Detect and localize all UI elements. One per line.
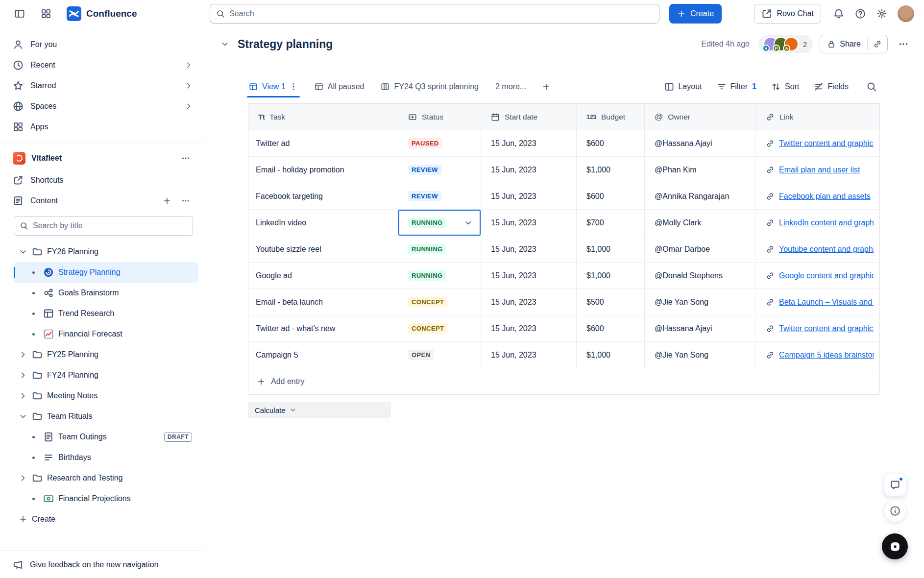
- content-search[interactable]: [14, 216, 193, 236]
- budget-cell[interactable]: $1,000: [577, 157, 645, 183]
- content-more-button[interactable]: [178, 193, 193, 208]
- start-date-cell[interactable]: 15 Jun, 2023: [481, 210, 577, 236]
- sidebar-item-shortcuts[interactable]: Shortcuts: [0, 170, 204, 191]
- add-view-button[interactable]: [539, 79, 554, 94]
- avatar-group[interactable]: VFA 2: [758, 35, 813, 53]
- link-cell[interactable]: Twitter content and graphics: [756, 130, 879, 156]
- tree-item-fy25-planning[interactable]: FY25 Planning: [14, 344, 198, 365]
- owner-cell[interactable]: @Phan Kim: [645, 157, 756, 183]
- start-date-cell[interactable]: 15 Jun, 2023: [481, 183, 577, 209]
- tree-item-financial-forecast[interactable]: Financial Forecast: [14, 324, 198, 344]
- link-cell[interactable]: Facebook plan and assets: [756, 183, 879, 209]
- start-date-cell[interactable]: 15 Jun, 2023: [481, 315, 577, 341]
- tree-item-fy24-planning[interactable]: FY24 Planning: [14, 365, 198, 385]
- owner-cell[interactable]: @Hassana Ajayi: [645, 130, 756, 156]
- tree-item-team-rituals[interactable]: Team Rituals: [14, 406, 198, 427]
- create-button[interactable]: Create: [669, 4, 722, 24]
- budget-cell[interactable]: $500: [577, 289, 645, 315]
- column-header-owner[interactable]: @Owner: [645, 104, 756, 130]
- rovo-chat-button[interactable]: Rovo Chat: [754, 4, 821, 24]
- space-more-button[interactable]: [178, 151, 193, 166]
- owner-cell[interactable]: @Molly Clark: [645, 210, 756, 236]
- page-more-button[interactable]: [895, 35, 912, 53]
- sidebar-item-for-you[interactable]: For you: [0, 34, 204, 55]
- status-cell[interactable]: CONCEPT: [398, 289, 481, 315]
- link-cell[interactable]: Beta Launch – Visuals and copy: [756, 289, 879, 315]
- task-cell[interactable]: Google ad: [248, 263, 398, 289]
- status-cell[interactable]: REVIEW: [398, 183, 481, 209]
- sidebar-item-spaces[interactable]: Spaces: [0, 96, 204, 117]
- budget-cell[interactable]: $700: [577, 210, 645, 236]
- budget-cell[interactable]: $1,000: [577, 342, 645, 368]
- view-menu-icon[interactable]: [289, 82, 298, 91]
- owner-cell[interactable]: @Omar Darboe: [645, 236, 756, 262]
- copy-link-button[interactable]: [868, 35, 887, 53]
- link-cell[interactable]: Youtube content and graphics: [756, 236, 879, 262]
- sidebar-item-apps[interactable]: Apps: [0, 117, 204, 137]
- global-search[interactable]: [210, 4, 659, 24]
- start-date-cell[interactable]: 15 Jun, 2023: [481, 157, 577, 183]
- task-cell[interactable]: Email - beta launch: [248, 289, 398, 315]
- share-button[interactable]: Share: [820, 35, 867, 53]
- owner-cell[interactable]: @Annika Rangarajan: [645, 183, 756, 209]
- content-add-button[interactable]: [160, 193, 174, 208]
- task-cell[interactable]: Twitter ad - what's new: [248, 315, 398, 341]
- tree-item-strategy-planning[interactable]: Strategy Planning: [14, 262, 198, 283]
- tree-item-fy26-planning[interactable]: FY26 Planning: [14, 241, 198, 262]
- link-cell[interactable]: Campaign 5 ideas brainstorm: [756, 342, 879, 368]
- start-date-cell[interactable]: 15 Jun, 2023: [481, 289, 577, 315]
- notifications-button[interactable]: [830, 5, 848, 23]
- start-date-cell[interactable]: 15 Jun, 2023: [481, 236, 577, 262]
- user-avatar[interactable]: [898, 5, 914, 22]
- start-date-cell[interactable]: 15 Jun, 2023: [481, 342, 577, 368]
- confluence-brand[interactable]: Confluence: [67, 6, 137, 21]
- owner-cell[interactable]: @Jie Yan Song: [645, 289, 756, 315]
- link-text[interactable]: Youtube content and graphics: [779, 245, 874, 254]
- owner-cell[interactable]: @Hassana Ajayi: [645, 315, 756, 341]
- column-header-start-date[interactable]: Start date: [481, 104, 577, 130]
- link-text[interactable]: Facebook plan and assets: [779, 192, 871, 201]
- link-cell[interactable]: LinkedIn content and graphics: [756, 210, 879, 236]
- link-text[interactable]: Google content and graphics: [779, 271, 874, 280]
- tree-item-financial-projections[interactable]: Financial Projections: [14, 488, 198, 509]
- start-date-cell[interactable]: 15 Jun, 2023: [481, 263, 577, 289]
- sidebar-item-recent[interactable]: Recent: [0, 55, 204, 75]
- edited-label[interactable]: Edited 4h ago: [701, 40, 750, 48]
- task-cell[interactable]: Email - holiday promotion: [248, 157, 398, 183]
- fields-button[interactable]: Fields: [814, 82, 849, 92]
- chevron-down-icon[interactable]: [464, 218, 473, 227]
- tree-item-trend-research[interactable]: Trend Research: [14, 303, 198, 324]
- sidebar-item-starred[interactable]: Starred: [0, 75, 204, 96]
- owner-cell[interactable]: @Jie Yan Song: [645, 342, 756, 368]
- link-text[interactable]: Email plan and user list: [779, 166, 860, 174]
- column-header-link[interactable]: Link: [756, 104, 879, 130]
- content-search-input[interactable]: [33, 221, 187, 230]
- budget-cell[interactable]: $1,000: [577, 236, 645, 262]
- info-fab[interactable]: [884, 500, 906, 522]
- task-cell[interactable]: Twitter ad: [248, 130, 398, 156]
- status-cell[interactable]: RUNNING: [398, 263, 481, 289]
- rovo-fab[interactable]: [882, 533, 908, 559]
- feedback-button[interactable]: Give feedback on the new navigation: [0, 551, 204, 578]
- tab-view-1[interactable]: View 1: [248, 76, 299, 97]
- link-text[interactable]: Twitter content and graphics: [779, 139, 874, 148]
- link-text[interactable]: Campaign 5 ideas brainstorm: [779, 351, 874, 360]
- status-cell[interactable]: CONCEPT: [398, 315, 481, 341]
- budget-cell[interactable]: $1,000: [577, 263, 645, 289]
- global-search-input[interactable]: [229, 9, 653, 18]
- sort-button[interactable]: Sort: [771, 82, 799, 92]
- comments-fab[interactable]: [884, 474, 906, 496]
- status-cell[interactable]: RUNNING: [398, 236, 481, 262]
- tab-all-paused[interactable]: All paused: [314, 76, 365, 97]
- budget-cell[interactable]: $600: [577, 130, 645, 156]
- column-header-status[interactable]: Status: [398, 104, 481, 130]
- column-header-task[interactable]: TtTask: [248, 104, 398, 130]
- task-cell[interactable]: Campaign 5: [248, 342, 398, 368]
- add-entry-button[interactable]: Add entry: [248, 368, 879, 394]
- tab-fy24-q3-sprint-planning[interactable]: FY24 Q3 sprint planning: [380, 76, 480, 97]
- task-cell[interactable]: Youtube sizzle reel: [248, 236, 398, 262]
- page-collapse-button[interactable]: [217, 36, 233, 52]
- tree-item-research-and-testing[interactable]: Research and Testing: [14, 468, 198, 488]
- link-text[interactable]: Twitter content and graphics: [779, 324, 874, 333]
- link-cell[interactable]: Email plan and user list: [756, 157, 879, 183]
